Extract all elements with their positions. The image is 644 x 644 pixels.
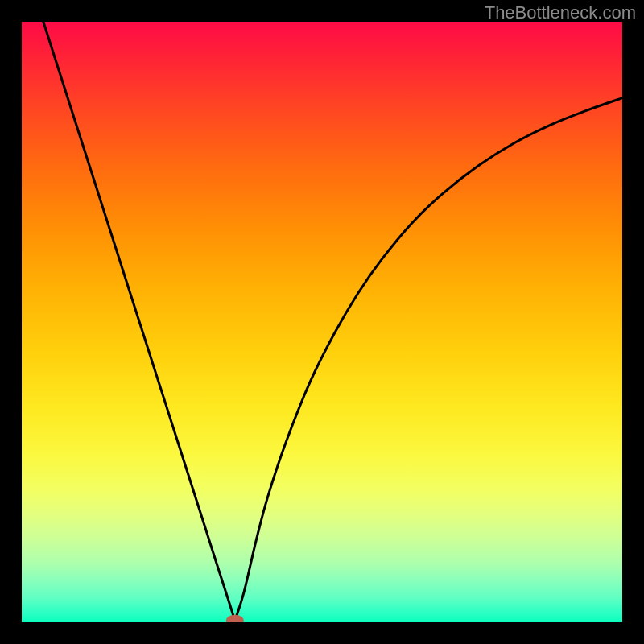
curve-left-branch: [43, 22, 235, 621]
chart-frame: TheBottleneck.com: [0, 0, 644, 644]
chart-svg: [22, 22, 622, 622]
watermark-text: TheBottleneck.com: [485, 2, 636, 23]
plot-area: [22, 22, 622, 622]
curve-right-branch: [235, 98, 622, 621]
minimum-marker: [226, 615, 244, 622]
